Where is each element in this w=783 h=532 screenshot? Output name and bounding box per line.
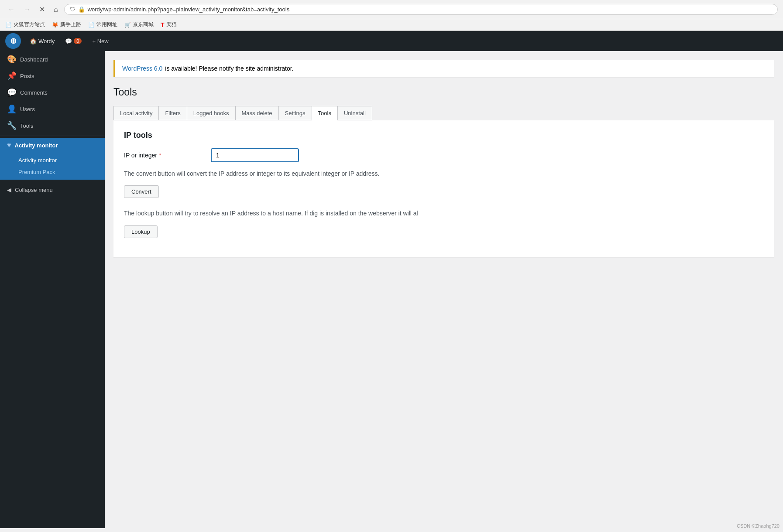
bookmark-1-icon: 📄 xyxy=(5,22,12,28)
activity-monitor-main-label: Activity monitor xyxy=(15,142,58,149)
activity-monitor-section: ♥ Activity monitor Activity monitor Prem… xyxy=(0,138,105,180)
comments-icon: 💬 xyxy=(65,38,72,44)
address-bar[interactable]: 🛡 🔒 wordy/wp-admin/admin.php?page=plainv… xyxy=(64,4,778,15)
bookmark-5-icon: T xyxy=(161,21,165,28)
lookup-button[interactable]: Lookup xyxy=(124,225,158,238)
convert-button-row: Convert xyxy=(124,185,764,198)
tab-tools[interactable]: Tools xyxy=(312,106,338,120)
content-box: IP tools IP or integer * The convert but… xyxy=(113,120,774,257)
ip-form-row: IP or integer * xyxy=(124,149,764,162)
bookmarks-bar: 📄 火狐官方站点 🦊 新手上路 📄 常用网址 🛒 京东商城 T 天猫 xyxy=(0,19,783,31)
watermark: CSDN ©Zhaohg720 xyxy=(737,523,780,528)
tab-uninstall[interactable]: Uninstall xyxy=(337,106,372,120)
site-name-item[interactable]: 🏠 Wordy xyxy=(24,31,60,51)
new-item[interactable]: + New xyxy=(87,31,113,51)
ip-label: IP or integer * xyxy=(124,152,211,159)
dashboard-label: Dashboard xyxy=(20,56,48,63)
bookmark-1-label: 火狐官方站点 xyxy=(14,21,45,28)
home-button[interactable]: ⌂ xyxy=(51,4,61,15)
bookmark-2[interactable]: 🦊 新手上路 xyxy=(52,21,81,28)
section-title: IP tools xyxy=(124,131,764,140)
collapse-menu-item[interactable]: ◀ Collapse menu xyxy=(0,183,105,197)
new-label: + New xyxy=(92,38,108,44)
tools-icon: 🔧 xyxy=(7,121,17,130)
bookmark-4-label: 京东商城 xyxy=(133,21,154,28)
tab-mass-delete[interactable]: Mass delete xyxy=(235,106,279,120)
main-content: WordPress 6.0 is available! Please notif… xyxy=(105,51,783,528)
users-icon: 👤 xyxy=(7,104,17,114)
comments-count: 0 xyxy=(74,38,82,44)
home-icon: 🏠 xyxy=(30,38,37,44)
bookmark-5[interactable]: T 天猫 xyxy=(161,21,177,28)
sidebar-item-users[interactable]: 👤 Users xyxy=(0,101,105,117)
bookmark-4-icon: 🛒 xyxy=(124,22,131,28)
lookup-description: The lookup button will try to resolve an… xyxy=(124,208,517,218)
sidebar-item-tools[interactable]: 🔧 Tools xyxy=(0,117,105,134)
posts-icon: 📌 xyxy=(7,71,17,81)
convert-description: The convert button will convert the IP a… xyxy=(124,169,517,178)
page-title: Tools xyxy=(113,86,774,99)
sidebar-separator xyxy=(0,136,105,136)
bookmark-3-label: 常用网址 xyxy=(96,21,117,28)
admin-bar: ⊕ 🏠 Wordy 💬 0 + New xyxy=(0,31,783,51)
comments-sidebar-icon: 💬 xyxy=(7,88,17,97)
activity-monitor-main-item[interactable]: ♥ Activity monitor xyxy=(0,138,105,153)
wordpress-update-link[interactable]: WordPress 6.0 xyxy=(122,65,162,72)
sidebar-item-posts[interactable]: 📌 Posts xyxy=(0,68,105,84)
users-label: Users xyxy=(20,106,35,113)
bookmark-2-icon: 🦊 xyxy=(52,22,58,28)
wp-logo[interactable]: ⊕ xyxy=(5,33,21,49)
sidebar-item-dashboard[interactable]: 🎨 Dashboard xyxy=(0,51,105,68)
tools-label: Tools xyxy=(20,123,33,129)
tab-local-activity[interactable]: Local activity xyxy=(113,106,159,120)
premium-pack-sub-item[interactable]: Premium Pack xyxy=(0,166,105,178)
bookmark-3-icon: 📄 xyxy=(88,22,95,28)
bookmark-1[interactable]: 📄 火狐官方站点 xyxy=(5,21,45,28)
activity-monitor-submenu: Activity monitor Premium Pack xyxy=(0,153,105,180)
back-button[interactable]: ← xyxy=(5,4,17,15)
required-indicator: * xyxy=(159,152,161,159)
bookmark-5-label: 天猫 xyxy=(166,21,177,28)
comments-item[interactable]: 💬 0 xyxy=(60,31,87,51)
collapse-label: Collapse menu xyxy=(15,187,53,193)
lock-icon: 🔒 xyxy=(78,6,85,13)
tab-filters[interactable]: Filters xyxy=(158,106,187,120)
shield-icon: 🛡 xyxy=(70,6,76,13)
sidebar-item-comments[interactable]: 💬 Comments xyxy=(0,84,105,101)
comments-label: Comments xyxy=(20,89,48,96)
close-button[interactable]: ✕ xyxy=(37,3,48,15)
bookmark-2-label: 新手上路 xyxy=(60,21,81,28)
wp-logo-icon: ⊕ xyxy=(10,36,17,46)
site-name-label: Wordy xyxy=(38,38,55,44)
notice-message: is available! Please notify the site adm… xyxy=(165,65,293,72)
convert-button[interactable]: Convert xyxy=(124,185,159,198)
tab-settings[interactable]: Settings xyxy=(278,106,312,120)
sidebar: 🎨 Dashboard 📌 Posts 💬 Comments 👤 Users 🔧… xyxy=(0,51,105,528)
dashboard-icon: 🎨 xyxy=(7,55,17,64)
url-text: wordy/wp-admin/admin.php?page=plainview_… xyxy=(88,6,772,13)
collapse-icon: ◀ xyxy=(7,187,11,193)
posts-label: Posts xyxy=(20,73,34,79)
bookmark-3[interactable]: 📄 常用网址 xyxy=(88,21,117,28)
tab-navigation: Local activity Filters Logged hooks Mass… xyxy=(113,106,774,120)
bookmark-4[interactable]: 🛒 京东商城 xyxy=(124,21,154,28)
activity-monitor-icon: ♥ xyxy=(7,141,11,149)
ip-input[interactable] xyxy=(211,149,299,162)
forward-button[interactable]: → xyxy=(21,4,33,15)
tab-logged-hooks[interactable]: Logged hooks xyxy=(187,106,236,120)
activity-monitor-sub-label[interactable]: Activity monitor xyxy=(0,154,105,166)
lookup-button-row: Lookup xyxy=(124,225,764,238)
update-notice: WordPress 6.0 is available! Please notif… xyxy=(113,60,774,77)
